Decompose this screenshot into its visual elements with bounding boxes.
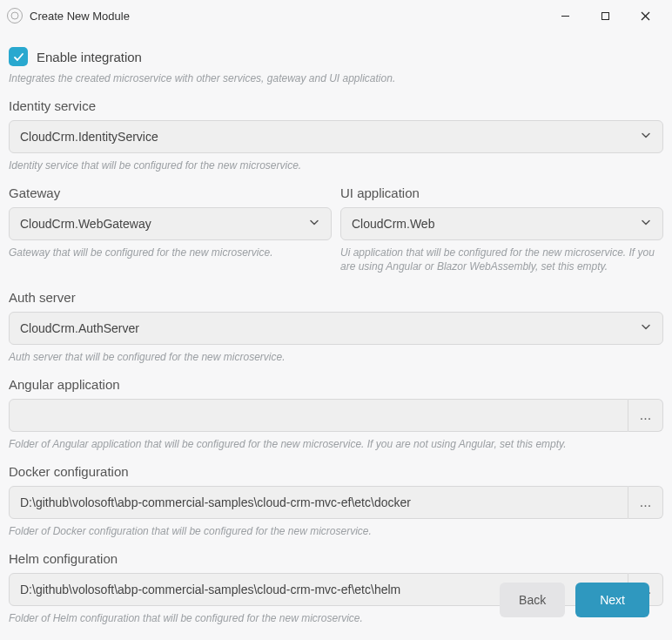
angular-browse-button[interactable]: ... xyxy=(628,399,663,432)
docker-configuration-value: D:\github\volosoft\abp-commercial-sample… xyxy=(20,495,411,509)
ellipsis-icon: ... xyxy=(640,495,651,510)
ui-application-label: UI application xyxy=(340,185,663,200)
minimize-button[interactable] xyxy=(545,2,585,30)
chevron-down-icon xyxy=(640,321,652,336)
titlebar: Create New Module xyxy=(0,0,672,31)
docker-configuration-label: Docker configuration xyxy=(9,464,663,479)
angular-application-input[interactable] xyxy=(9,399,628,432)
identity-service-value: CloudCrm.IdentityService xyxy=(20,130,158,144)
enable-integration-label: Enable integration xyxy=(37,50,142,64)
gateway-value: CloudCrm.WebGateway xyxy=(20,217,151,231)
ellipsis-icon: ... xyxy=(640,408,651,423)
gateway-label: Gateway xyxy=(9,185,332,200)
gateway-helper: Gateway that will be configured for the … xyxy=(9,246,332,260)
docker-configuration-helper: Folder of Docker configuration that will… xyxy=(9,524,663,539)
next-button[interactable]: Next xyxy=(575,583,649,617)
helm-configuration-label: Helm configuration xyxy=(9,551,663,566)
docker-browse-button[interactable]: ... xyxy=(628,486,663,519)
angular-application-helper: Folder of Angular application that will … xyxy=(9,437,663,452)
angular-application-label: Angular application xyxy=(9,377,663,392)
chevron-down-icon xyxy=(308,216,320,231)
docker-configuration-input[interactable]: D:\github\volosoft\abp-commercial-sample… xyxy=(9,486,628,519)
chevron-down-icon xyxy=(640,216,652,231)
identity-service-helper: Identity service that will be configured… xyxy=(9,158,663,173)
helm-configuration-value: D:\github\volosoft\abp-commercial-sample… xyxy=(20,583,400,596)
check-icon xyxy=(13,51,24,63)
back-button[interactable]: Back xyxy=(500,583,565,617)
window-title: Create New Module xyxy=(30,10,130,23)
svg-point-0 xyxy=(11,12,18,19)
chevron-down-icon xyxy=(640,129,652,144)
auth-server-value: CloudCrm.AuthServer xyxy=(20,321,139,335)
ui-application-select[interactable]: CloudCrm.Web xyxy=(340,207,663,240)
enable-integration-helper: Integrates the created microservice with… xyxy=(9,71,663,86)
ui-application-value: CloudCrm.Web xyxy=(352,217,434,231)
gateway-select[interactable]: CloudCrm.WebGateway xyxy=(9,207,332,240)
maximize-button[interactable] xyxy=(585,2,625,30)
auth-server-select[interactable]: CloudCrm.AuthServer xyxy=(9,312,663,345)
ui-application-helper: Ui application that will be configured f… xyxy=(340,246,663,275)
enable-integration-checkbox[interactable] xyxy=(9,47,28,66)
auth-server-label: Auth server xyxy=(9,290,663,305)
identity-service-label: Identity service xyxy=(9,98,663,113)
auth-server-helper: Auth server that will be configured for … xyxy=(9,350,663,365)
svg-rect-2 xyxy=(601,12,608,19)
app-icon xyxy=(7,8,23,24)
close-button[interactable] xyxy=(625,2,665,30)
identity-service-select[interactable]: CloudCrm.IdentityService xyxy=(9,120,663,153)
